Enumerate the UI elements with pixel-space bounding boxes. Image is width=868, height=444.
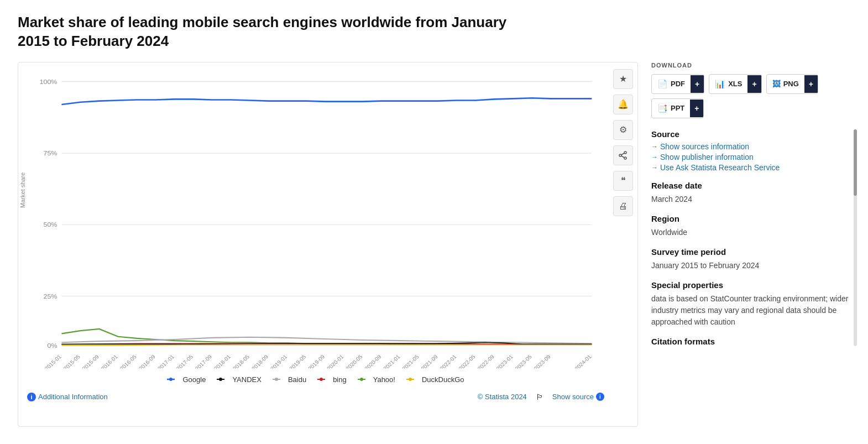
svg-point-52	[360, 378, 363, 381]
svg-text:75%: 75%	[44, 149, 57, 157]
scrollbar[interactable]	[854, 129, 857, 346]
png-download-button[interactable]: 🖼 PNG +	[766, 74, 818, 94]
svg-text:2019-01: 2019-01	[269, 353, 289, 369]
survey-period-block: Survey time period January 2015 to Febru…	[651, 247, 850, 271]
share-button[interactable]	[613, 145, 633, 165]
chart-svg: 100% 75% 50% 25% 0% 2015-01 2015-05 2015…	[27, 76, 604, 369]
scrollbar-thumb[interactable]	[854, 129, 857, 196]
svg-point-48	[275, 378, 278, 381]
arrow-icon: →	[651, 143, 658, 150]
pdf-icon: 📄	[657, 79, 668, 89]
y-axis-label: Market share	[19, 172, 26, 207]
arrow-icon: →	[651, 153, 658, 161]
legend-yahoo: Yahoo!	[358, 375, 395, 384]
release-date-title: Release date	[651, 181, 850, 190]
svg-text:2016-05: 2016-05	[119, 353, 138, 369]
legend-yandex: YANDEX	[217, 375, 262, 384]
source-title: Source	[651, 129, 850, 139]
page-title: Market share of leading mobile search en…	[18, 13, 515, 51]
svg-text:2018-09: 2018-09	[250, 353, 270, 369]
ppt-plus-button[interactable]: +	[690, 100, 703, 117]
download-section: DOWNLOAD 📄 PDF + 📊 XLS +	[651, 62, 850, 118]
svg-text:2021-05: 2021-05	[401, 353, 420, 369]
info-panel: Source → Show sources information → Show…	[651, 129, 850, 346]
info-circle-icon: i	[596, 393, 604, 401]
print-button[interactable]: 🖨	[613, 196, 633, 216]
xls-icon: 📊	[715, 79, 725, 89]
statista-credit: © Statista 2024	[478, 393, 527, 401]
special-props-title: Special properties	[651, 280, 850, 290]
svg-text:2022-09: 2022-09	[476, 353, 495, 369]
pdf-plus-button[interactable]: +	[691, 75, 704, 93]
png-plus-button[interactable]: +	[804, 75, 818, 93]
ppt-icon: 📑	[657, 103, 668, 113]
svg-text:2018-05: 2018-05	[232, 353, 251, 369]
svg-text:2015-01: 2015-01	[43, 353, 62, 369]
svg-text:2015-09: 2015-09	[81, 353, 100, 369]
svg-text:2023-05: 2023-05	[514, 353, 533, 369]
legend-bing: bing	[317, 375, 347, 384]
svg-text:2020-09: 2020-09	[363, 353, 383, 369]
svg-text:2023-01: 2023-01	[495, 353, 514, 369]
citation-title: Citation formats	[651, 337, 850, 346]
xls-download-button[interactable]: 📊 XLS +	[709, 74, 761, 94]
chart-footer: i Additional Information © Statista 2024…	[27, 393, 604, 401]
release-date-block: Release date March 2024	[651, 181, 850, 205]
svg-point-2	[624, 157, 626, 159]
chart-legend: Google YANDEX Baidu bing	[27, 375, 604, 384]
source-block: Source → Show sources information → Show…	[651, 129, 850, 172]
ppt-download-button[interactable]: 📑 PPT +	[651, 98, 704, 118]
legend-baidu: Baidu	[273, 375, 306, 384]
svg-text:2015-05: 2015-05	[62, 353, 81, 369]
svg-text:2020-05: 2020-05	[344, 353, 364, 369]
show-sources-link[interactable]: → Show sources information	[651, 142, 850, 151]
svg-text:2017-01: 2017-01	[156, 353, 176, 369]
svg-text:2019-05: 2019-05	[288, 353, 307, 369]
svg-text:2017-05: 2017-05	[175, 353, 195, 369]
show-source-button[interactable]: Show source i	[552, 393, 604, 401]
svg-point-1	[619, 154, 621, 156]
svg-text:100%: 100%	[40, 78, 57, 86]
png-icon: 🖼	[772, 79, 781, 88]
svg-text:2021-01: 2021-01	[382, 353, 401, 369]
svg-text:2016-09: 2016-09	[138, 353, 157, 369]
svg-point-44	[169, 378, 172, 381]
right-panel: DOWNLOAD 📄 PDF + 📊 XLS +	[651, 62, 850, 355]
xls-plus-button[interactable]: +	[747, 75, 761, 93]
svg-text:2017-09: 2017-09	[194, 353, 213, 369]
settings-button[interactable]: ⚙	[613, 120, 633, 140]
svg-text:2022-05: 2022-05	[457, 353, 477, 369]
svg-point-0	[624, 152, 626, 154]
svg-line-3	[621, 153, 624, 155]
pdf-download-button[interactable]: 📄 PDF +	[651, 74, 704, 94]
svg-text:2024-01: 2024-01	[573, 353, 593, 369]
region-title: Region	[651, 214, 850, 223]
region-block: Region Worldwide	[651, 214, 850, 238]
release-date-value: March 2024	[651, 194, 850, 205]
svg-text:2020-01: 2020-01	[326, 353, 345, 369]
additional-info-button[interactable]: i Additional Information	[27, 393, 108, 401]
download-buttons: 📄 PDF + 📊 XLS + 🖼 PNG	[651, 74, 850, 118]
legend-duckduckgo: DuckDuckGo	[406, 375, 464, 384]
svg-point-54	[409, 378, 412, 381]
show-publisher-link[interactable]: → Show publisher information	[651, 153, 850, 161]
quote-button[interactable]: ❝	[613, 171, 633, 191]
svg-text:50%: 50%	[44, 221, 57, 228]
svg-text:2019-09: 2019-09	[307, 353, 326, 369]
svg-text:2023-09: 2023-09	[532, 353, 552, 369]
svg-text:2021-09: 2021-09	[420, 353, 439, 369]
ask-statista-link[interactable]: → Use Ask Statista Research Service	[651, 163, 850, 172]
chart-area: Market share 100% 75% 50% 25% 0% 2015-01…	[27, 76, 604, 369]
svg-text:2022-01: 2022-01	[438, 353, 458, 369]
bell-button[interactable]: 🔔	[613, 95, 633, 114]
info-section: Source → Show sources information → Show…	[651, 129, 850, 346]
svg-point-50	[320, 378, 323, 381]
arrow-icon: →	[651, 164, 658, 171]
region-value: Worldwide	[651, 227, 850, 238]
svg-text:25%: 25%	[44, 292, 57, 300]
star-button[interactable]: ★	[613, 69, 633, 89]
google-line	[61, 98, 592, 105]
special-props-value: data is based on StatCounter tracking en…	[651, 293, 850, 328]
svg-text:2018-01: 2018-01	[213, 353, 232, 369]
citation-block: Citation formats	[651, 337, 850, 346]
